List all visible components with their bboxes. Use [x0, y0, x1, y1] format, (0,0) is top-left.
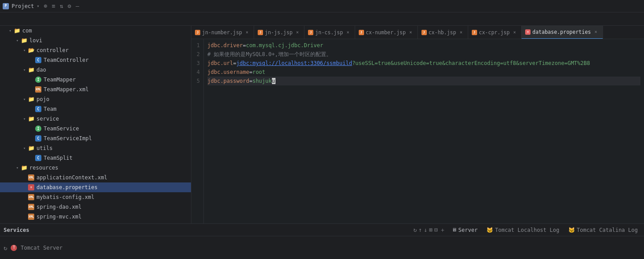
tree-caret-dao: ▾	[21, 68, 28, 72]
editor[interactable]: Jjn-number.jsp×Jjn-js.jsp×Jjn-cs.jsp×Jcx…	[191, 26, 644, 223]
tabs-bar	[0, 12, 644, 26]
tree-item-resources[interactable]: ▾📁resources	[0, 163, 191, 173]
tree-item-mybatis-config.xml[interactable]: XMLmybatis-config.xml	[0, 192, 191, 202]
tree-item-Team[interactable]: CTeam	[0, 104, 191, 114]
tree-icon-TeamService: I	[35, 125, 42, 132]
tree-item-lovi[interactable]: ▾📁lovi	[0, 36, 191, 45]
tree-item-controller[interactable]: ▾📂controller	[0, 45, 191, 55]
scroll-down-icon[interactable]: ↓	[424, 227, 427, 233]
tree-icon-TeamSplit: C	[35, 154, 42, 162]
tab-server[interactable]: 🖥 Server	[447, 224, 482, 236]
refresh-icon[interactable]: ↻	[413, 227, 417, 233]
tab-cx-cpr[interactable]: Jcx-cpr.jsp×	[468, 26, 522, 39]
tree-icon-TeamMapper: I	[35, 76, 42, 83]
tab-close-cx-hb[interactable]: ×	[458, 30, 464, 35]
tab-icon-database-properties: ≡	[525, 29, 531, 35]
tree-item-TeamController[interactable]: CTeamController	[0, 55, 191, 65]
tree-item-TeamServiceImpl[interactable]: CTeamServiceImpl	[0, 134, 191, 143]
tree-item-utils[interactable]: ▾📁utils	[0, 143, 191, 153]
expand-icon[interactable]: ⇅	[60, 3, 63, 9]
tree-caret-lovi: ▾	[14, 38, 20, 43]
tree-label-TeamController: TeamController	[44, 57, 89, 63]
minimize-icon[interactable]: —	[76, 3, 79, 9]
tab-cx-hb[interactable]: Jcx-hb.jsp×	[418, 26, 468, 39]
tree-item-dao[interactable]: ▾📁dao	[0, 65, 191, 75]
tree-icon-spring-mvc.xml: XML	[28, 213, 35, 220]
tree-label-TeamMapper.xml: TeamMapper.xml	[44, 86, 89, 93]
code-area[interactable]: jdbc.driver=com.mysql.cj.jdbc.Driver # 如…	[204, 39, 644, 223]
tab-label-cx-cpr: cx-cpr.jsp	[479, 29, 510, 36]
tree-item-TeamMapper[interactable]: ITeamMapper	[0, 75, 191, 85]
tree-item-TeamMapper.xml[interactable]: XMLTeamMapper.xml	[0, 85, 191, 94]
tree-label-spring-mvc.xml: spring-mvc.xml	[36, 214, 81, 220]
tab-icon-jn-number: J	[195, 30, 200, 35]
tab-icon-cx-hb: J	[421, 30, 427, 35]
tree-caret-controller: ▾	[21, 48, 28, 53]
tree-item-applicationContext.xml[interactable]: XMLapplicationContext.xml	[0, 173, 191, 182]
tree-item-TeamSplit[interactable]: CTeamSplit	[0, 153, 191, 163]
code-line-5: jdbc.password=shujuku	[207, 77, 640, 85]
tomcat-server-icon: T	[11, 245, 17, 251]
tomcat-localhost-icon: 🐱	[486, 227, 493, 233]
tab-jn-cs[interactable]: Jjn-cs.jsp×	[304, 26, 355, 39]
tree-icon-dao: 📁	[28, 66, 35, 73]
tree-icon-TeamServiceImpl: C	[35, 135, 42, 142]
refresh-bottom-icon[interactable]: ↻	[4, 244, 7, 251]
tree-item-com[interactable]: ▾📁com	[0, 26, 191, 36]
tree-item-spring-dao.xml[interactable]: XMLspring-dao.xml	[0, 202, 191, 212]
main-area: ▾📁com▾📁lovi▾📂controllerCTeamController▾📁…	[0, 26, 644, 223]
tree-label-pojo: pojo	[36, 96, 49, 102]
plus-icon[interactable]: ＋	[440, 226, 446, 234]
title-bar-left: P Project ▾	[3, 3, 40, 9]
tab-database-properties[interactable]: ≡database.properties×	[522, 26, 603, 39]
tree-icon-service: 📁	[28, 115, 35, 122]
services-title: Services	[2, 227, 31, 233]
tree-icon-TeamMapper.xml: XML	[35, 86, 42, 93]
tab-jn-js[interactable]: Jjn-js.jsp×	[254, 26, 304, 39]
editor-content[interactable]: 1 2 3 4 5 jdbc.driver=com.mysql.cj.jdbc.…	[191, 39, 644, 223]
tab-close-cx-cpr[interactable]: ×	[511, 30, 518, 35]
tree-label-com: com	[22, 28, 32, 34]
remove-service-icon[interactable]: ⊟	[434, 227, 438, 233]
tab-label-cx-number: cx-number.jsp	[366, 29, 406, 36]
server-tab-icon: 🖥	[452, 227, 457, 233]
project-caret-icon[interactable]: ▾	[37, 4, 40, 8]
tab-cx-number[interactable]: Jcx-number.jsp×	[355, 26, 418, 39]
tree-label-service: service	[36, 116, 59, 122]
tree-icon-TeamController: C	[35, 57, 42, 64]
tree-label-controller: controller	[36, 47, 69, 53]
tab-close-jn-number[interactable]: ×	[244, 30, 250, 35]
tab-close-cx-number[interactable]: ×	[408, 30, 414, 35]
tree-icon-lovi: 📁	[20, 37, 28, 44]
tree-icon-Team: C	[35, 105, 42, 113]
tree-icon-pojo: 📁	[28, 96, 35, 103]
tree-item-TeamService[interactable]: ITeamService	[0, 124, 191, 134]
tab-icon-cx-number: J	[359, 30, 364, 35]
tree-label-dao: dao	[36, 67, 46, 73]
tree-item-pojo[interactable]: ▾📁pojo	[0, 94, 191, 104]
tree-label-TeamServiceImpl: TeamServiceImpl	[44, 135, 92, 142]
tree-icon-com: 📁	[13, 27, 20, 34]
tab-close-jn-cs[interactable]: ×	[345, 30, 351, 35]
collapse-all-icon[interactable]: ≡	[52, 3, 55, 9]
settings-gear-icon[interactable]: ⚙	[68, 3, 71, 9]
scroll-up-icon[interactable]: ↑	[419, 227, 422, 233]
code-line-4: jdbc.username=root	[207, 68, 640, 77]
tree-icon-spring-dao.xml: XML	[28, 203, 35, 210]
tree-label-database.properties: database.properties	[36, 184, 97, 190]
tab-close-database-properties[interactable]: ×	[593, 29, 599, 34]
tab-label-jn-js: jn-js.jsp	[265, 29, 292, 36]
add-service-icon[interactable]: ⊞	[429, 227, 433, 233]
tree-label-TeamSplit: TeamSplit	[44, 155, 73, 161]
tab-tomcat-localhost[interactable]: 🐱 Tomcat Localhost Log	[482, 224, 564, 236]
navigate-external-icon[interactable]: ⊕	[44, 3, 48, 9]
title-bar: P Project ▾ ⊕ ≡ ⇅ ⚙ —	[0, 0, 644, 12]
tree-item-database.properties[interactable]: ≡database.properties	[0, 182, 191, 192]
tree-label-mybatis-config.xml: mybatis-config.xml	[36, 194, 94, 200]
tree-item-spring-mvc.xml[interactable]: XMLspring-mvc.xml	[0, 212, 191, 222]
tab-jn-number[interactable]: Jjn-number.jsp×	[191, 26, 254, 39]
tree-item-service[interactable]: ▾📁service	[0, 114, 191, 124]
tab-tomcat-catalina[interactable]: 🐱 Tomcat Catalina Log	[564, 224, 642, 236]
server-tab-label: Server	[458, 227, 478, 233]
tab-close-jn-js[interactable]: ×	[294, 30, 300, 35]
